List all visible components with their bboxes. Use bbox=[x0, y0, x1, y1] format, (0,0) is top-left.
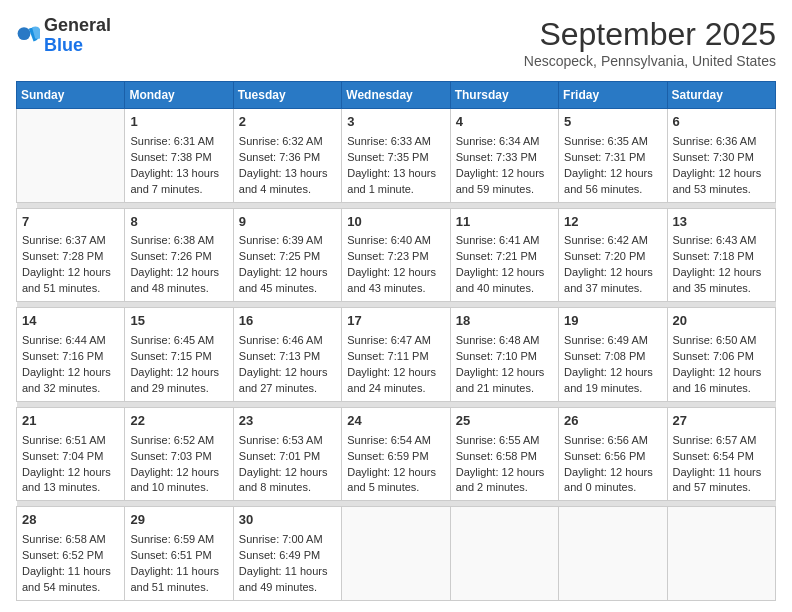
daylight-text: and 0 minutes. bbox=[564, 480, 661, 496]
day-number: 16 bbox=[239, 312, 336, 331]
day-number: 11 bbox=[456, 213, 553, 232]
calendar-cell: 17Sunrise: 6:47 AMSunset: 7:11 PMDayligh… bbox=[342, 308, 450, 402]
sunset-text: Sunset: 6:58 PM bbox=[456, 449, 553, 465]
sunrise-text: Sunrise: 6:37 AM bbox=[22, 233, 119, 249]
daylight-text: Daylight: 11 hours bbox=[130, 564, 227, 580]
daylight-text: and 13 minutes. bbox=[22, 480, 119, 496]
daylight-text: and 49 minutes. bbox=[239, 580, 336, 596]
calendar-header-row: SundayMondayTuesdayWednesdayThursdayFrid… bbox=[17, 82, 776, 109]
calendar-cell: 7Sunrise: 6:37 AMSunset: 7:28 PMDaylight… bbox=[17, 208, 125, 302]
day-number: 18 bbox=[456, 312, 553, 331]
daylight-text: Daylight: 12 hours bbox=[456, 465, 553, 481]
daylight-text: Daylight: 11 hours bbox=[239, 564, 336, 580]
daylight-text: and 56 minutes. bbox=[564, 182, 661, 198]
daylight-text: Daylight: 13 hours bbox=[130, 166, 227, 182]
day-header-tuesday: Tuesday bbox=[233, 82, 341, 109]
sunset-text: Sunset: 7:13 PM bbox=[239, 349, 336, 365]
logo: General Blue bbox=[16, 16, 111, 56]
sunrise-text: Sunrise: 6:34 AM bbox=[456, 134, 553, 150]
calendar-cell: 8Sunrise: 6:38 AMSunset: 7:26 PMDaylight… bbox=[125, 208, 233, 302]
day-number: 25 bbox=[456, 412, 553, 431]
calendar-cell bbox=[667, 507, 775, 601]
day-number: 12 bbox=[564, 213, 661, 232]
sunrise-text: Sunrise: 6:45 AM bbox=[130, 333, 227, 349]
day-number: 5 bbox=[564, 113, 661, 132]
calendar-cell: 4Sunrise: 6:34 AMSunset: 7:33 PMDaylight… bbox=[450, 109, 558, 203]
calendar-cell: 26Sunrise: 6:56 AMSunset: 6:56 PMDayligh… bbox=[559, 407, 667, 501]
daylight-text: and 2 minutes. bbox=[456, 480, 553, 496]
sunset-text: Sunset: 7:33 PM bbox=[456, 150, 553, 166]
day-number: 30 bbox=[239, 511, 336, 530]
daylight-text: Daylight: 12 hours bbox=[239, 265, 336, 281]
calendar-cell: 30Sunrise: 7:00 AMSunset: 6:49 PMDayligh… bbox=[233, 507, 341, 601]
calendar-cell: 6Sunrise: 6:36 AMSunset: 7:30 PMDaylight… bbox=[667, 109, 775, 203]
daylight-text: and 35 minutes. bbox=[673, 281, 770, 297]
day-number: 10 bbox=[347, 213, 444, 232]
sunset-text: Sunset: 7:30 PM bbox=[673, 150, 770, 166]
daylight-text: Daylight: 12 hours bbox=[564, 265, 661, 281]
sunrise-text: Sunrise: 6:32 AM bbox=[239, 134, 336, 150]
day-number: 6 bbox=[673, 113, 770, 132]
daylight-text: Daylight: 12 hours bbox=[456, 265, 553, 281]
sunset-text: Sunset: 7:35 PM bbox=[347, 150, 444, 166]
calendar-cell: 19Sunrise: 6:49 AMSunset: 7:08 PMDayligh… bbox=[559, 308, 667, 402]
sunset-text: Sunset: 7:21 PM bbox=[456, 249, 553, 265]
day-number: 21 bbox=[22, 412, 119, 431]
sunset-text: Sunset: 7:08 PM bbox=[564, 349, 661, 365]
sunrise-text: Sunrise: 6:38 AM bbox=[130, 233, 227, 249]
sunrise-text: Sunrise: 6:47 AM bbox=[347, 333, 444, 349]
daylight-text: and 7 minutes. bbox=[130, 182, 227, 198]
calendar-cell: 29Sunrise: 6:59 AMSunset: 6:51 PMDayligh… bbox=[125, 507, 233, 601]
daylight-text: and 54 minutes. bbox=[22, 580, 119, 596]
daylight-text: Daylight: 12 hours bbox=[130, 265, 227, 281]
calendar-cell: 15Sunrise: 6:45 AMSunset: 7:15 PMDayligh… bbox=[125, 308, 233, 402]
daylight-text: and 57 minutes. bbox=[673, 480, 770, 496]
calendar-cell bbox=[17, 109, 125, 203]
sunrise-text: Sunrise: 6:36 AM bbox=[673, 134, 770, 150]
day-number: 28 bbox=[22, 511, 119, 530]
sunrise-text: Sunrise: 6:50 AM bbox=[673, 333, 770, 349]
sunrise-text: Sunrise: 7:00 AM bbox=[239, 532, 336, 548]
sunrise-text: Sunrise: 6:51 AM bbox=[22, 433, 119, 449]
sunset-text: Sunset: 7:38 PM bbox=[130, 150, 227, 166]
sunset-text: Sunset: 7:23 PM bbox=[347, 249, 444, 265]
sunrise-text: Sunrise: 6:41 AM bbox=[456, 233, 553, 249]
calendar-cell: 5Sunrise: 6:35 AMSunset: 7:31 PMDaylight… bbox=[559, 109, 667, 203]
sunrise-text: Sunrise: 6:40 AM bbox=[347, 233, 444, 249]
daylight-text: and 48 minutes. bbox=[130, 281, 227, 297]
sunset-text: Sunset: 6:59 PM bbox=[347, 449, 444, 465]
day-number: 8 bbox=[130, 213, 227, 232]
sunset-text: Sunset: 7:18 PM bbox=[673, 249, 770, 265]
daylight-text: Daylight: 12 hours bbox=[673, 166, 770, 182]
logo-icon bbox=[16, 24, 40, 48]
day-header-saturday: Saturday bbox=[667, 82, 775, 109]
daylight-text: Daylight: 12 hours bbox=[456, 166, 553, 182]
daylight-text: Daylight: 11 hours bbox=[22, 564, 119, 580]
daylight-text: and 32 minutes. bbox=[22, 381, 119, 397]
calendar-week-row: 14Sunrise: 6:44 AMSunset: 7:16 PMDayligh… bbox=[17, 308, 776, 402]
day-number: 13 bbox=[673, 213, 770, 232]
sunrise-text: Sunrise: 6:58 AM bbox=[22, 532, 119, 548]
daylight-text: and 51 minutes. bbox=[22, 281, 119, 297]
sunrise-text: Sunrise: 6:53 AM bbox=[239, 433, 336, 449]
sunset-text: Sunset: 6:49 PM bbox=[239, 548, 336, 564]
daylight-text: Daylight: 12 hours bbox=[564, 365, 661, 381]
day-number: 29 bbox=[130, 511, 227, 530]
daylight-text: Daylight: 12 hours bbox=[22, 465, 119, 481]
day-number: 22 bbox=[130, 412, 227, 431]
day-number: 4 bbox=[456, 113, 553, 132]
day-number: 9 bbox=[239, 213, 336, 232]
sunrise-text: Sunrise: 6:43 AM bbox=[673, 233, 770, 249]
daylight-text: Daylight: 12 hours bbox=[130, 365, 227, 381]
daylight-text: Daylight: 12 hours bbox=[673, 265, 770, 281]
sunset-text: Sunset: 6:51 PM bbox=[130, 548, 227, 564]
sunset-text: Sunset: 6:52 PM bbox=[22, 548, 119, 564]
daylight-text: and 40 minutes. bbox=[456, 281, 553, 297]
sunrise-text: Sunrise: 6:39 AM bbox=[239, 233, 336, 249]
daylight-text: Daylight: 12 hours bbox=[239, 365, 336, 381]
calendar-cell: 3Sunrise: 6:33 AMSunset: 7:35 PMDaylight… bbox=[342, 109, 450, 203]
day-header-thursday: Thursday bbox=[450, 82, 558, 109]
calendar-cell bbox=[342, 507, 450, 601]
day-number: 3 bbox=[347, 113, 444, 132]
daylight-text: and 45 minutes. bbox=[239, 281, 336, 297]
